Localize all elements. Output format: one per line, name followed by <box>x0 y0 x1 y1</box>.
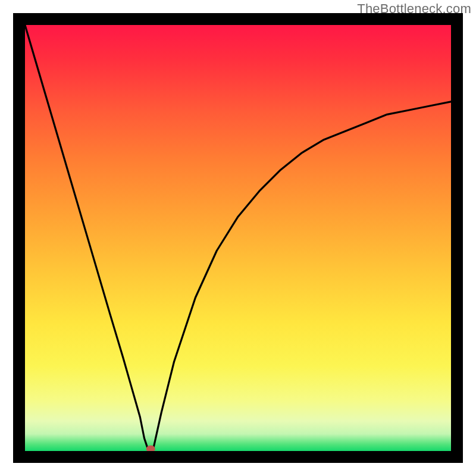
chart-stage: TheBottleneck.com <box>0 0 476 476</box>
curve-svg <box>25 25 451 451</box>
plot-area <box>25 25 451 451</box>
minimum-marker <box>146 445 155 451</box>
bottleneck-curve <box>25 25 451 451</box>
chart-frame <box>13 13 463 463</box>
